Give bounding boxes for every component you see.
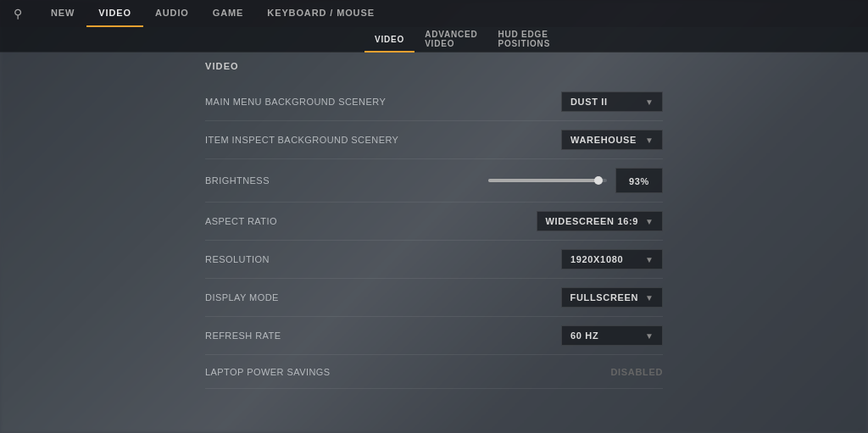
dropdown-text-resolution: 1920X1080: [570, 254, 623, 264]
chevron-down-icon: ▼: [645, 217, 654, 226]
setting-row-main-menu-bg: Main Menu Background Scenery DUST II ▼: [205, 83, 663, 121]
dropdown-text-display-mode: FULLSCREEN: [570, 292, 639, 303]
dropdown-main-menu-bg[interactable]: DUST II ▼: [561, 92, 663, 112]
value-main-menu-bg: DUST II ▼: [561, 92, 663, 112]
settings-panel: Video Main Menu Background Scenery DUST …: [197, 61, 671, 433]
chevron-down-icon: ▼: [645, 97, 654, 107]
dropdown-text-laptop-power: DISABLED: [610, 367, 663, 377]
section-title: Video: [205, 61, 663, 75]
setting-row-item-inspect-bg: Item Inspect Background Scenery WAREHOUS…: [205, 121, 663, 159]
dropdown-item-inspect-bg[interactable]: WAREHOUSE ▼: [561, 130, 663, 150]
brightness-value-text: 93%: [629, 176, 649, 186]
main-content: Video Main Menu Background Scenery DUST …: [0, 53, 868, 433]
sub-nav: VIDEO ADVANCED VIDEO HUD EDGE POSITIONS: [0, 27, 868, 53]
nav-item-keyboard-mouse[interactable]: KEYBOARD / MOUSE: [255, 0, 387, 27]
value-laptop-power: DISABLED: [610, 367, 663, 377]
dropdown-text-aspect-ratio: WIDESCREEN 16:9: [546, 216, 639, 226]
dropdown-resolution[interactable]: 1920X1080 ▼: [561, 249, 663, 269]
setting-row-aspect-ratio: Aspect Ratio WIDESCREEN 16:9 ▼: [205, 203, 663, 241]
dropdown-display-mode[interactable]: FULLSCREEN ▼: [561, 287, 663, 308]
dropdown-text-refresh-rate: 60 HZ: [570, 330, 598, 341]
brightness-control: 93%: [488, 168, 663, 193]
subnav-hud-edge-positions[interactable]: HUD EDGE POSITIONS: [487, 27, 560, 53]
dropdown-aspect-ratio[interactable]: WIDESCREEN 16:9 ▼: [537, 211, 663, 231]
label-item-inspect-bg: Item Inspect Background Scenery: [205, 135, 398, 145]
setting-row-resolution: Resolution 1920X1080 ▼: [205, 241, 663, 279]
brightness-slider[interactable]: [488, 179, 607, 182]
slider-fill: [488, 179, 598, 182]
dropdown-text-item-inspect-bg: WAREHOUSE: [570, 135, 637, 145]
label-brightness: Brightness: [205, 175, 270, 186]
label-aspect-ratio: Aspect Ratio: [205, 216, 277, 226]
label-main-menu-bg: Main Menu Background Scenery: [205, 97, 386, 107]
nav-items: NEW VIDEO AUDIO GAME KEYBOARD / MOUSE: [39, 0, 387, 27]
nav-item-new[interactable]: NEW: [39, 0, 86, 27]
value-refresh-rate: 60 HZ ▼: [561, 325, 663, 346]
nav-item-audio[interactable]: AUDIO: [143, 0, 201, 27]
value-aspect-ratio: WIDESCREEN 16:9 ▼: [537, 211, 663, 231]
setting-row-refresh-rate: Refresh Rate 60 HZ ▼: [205, 317, 663, 355]
subnav-video[interactable]: VIDEO: [364, 27, 415, 53]
setting-row-brightness: Brightness 93%: [205, 159, 663, 203]
subnav-advanced-video[interactable]: ADVANCED VIDEO: [415, 27, 487, 53]
setting-row-display-mode: Display Mode FULLSCREEN ▼: [205, 279, 663, 317]
label-laptop-power: Laptop Power Savings: [205, 367, 331, 377]
dropdown-refresh-rate[interactable]: 60 HZ ▼: [561, 325, 663, 346]
value-brightness: 93%: [488, 168, 663, 193]
brightness-value-box: 93%: [615, 168, 663, 193]
value-resolution: 1920X1080 ▼: [561, 249, 663, 269]
top-nav: ⚲ NEW VIDEO AUDIO GAME KEYBOARD / MOUSE: [0, 0, 868, 27]
chevron-down-icon: ▼: [645, 293, 654, 303]
chevron-down-icon: ▼: [645, 136, 654, 145]
value-item-inspect-bg: WAREHOUSE ▼: [561, 130, 663, 150]
dropdown-text-main-menu-bg: DUST II: [570, 97, 608, 107]
chevron-down-icon: ▼: [645, 255, 654, 264]
label-resolution: Resolution: [205, 254, 270, 264]
setting-row-laptop-power: Laptop Power Savings DISABLED: [205, 355, 663, 389]
slider-thumb[interactable]: [594, 176, 603, 185]
label-refresh-rate: Refresh Rate: [205, 330, 281, 341]
nav-item-game[interactable]: GAME: [201, 0, 256, 27]
chevron-down-icon: ▼: [645, 331, 654, 341]
search-icon[interactable]: ⚲: [14, 7, 22, 20]
nav-item-video[interactable]: VIDEO: [86, 0, 143, 27]
label-display-mode: Display Mode: [205, 292, 279, 303]
value-display-mode: FULLSCREEN ▼: [561, 287, 663, 308]
